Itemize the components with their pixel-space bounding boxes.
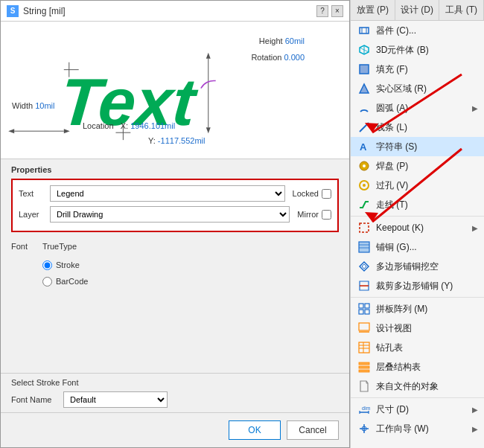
menu-header-place[interactable]: 放置 (P) <box>351 0 395 20</box>
menu-item-dimension[interactable]: dim 尺寸 (D) ▶ <box>351 400 484 419</box>
height-value: 60mil <box>285 36 305 45</box>
dialog-buttons: OK Cancel <box>1 412 349 447</box>
svg-marker-2 <box>8 129 14 133</box>
barcode-radio[interactable] <box>42 277 52 287</box>
menu-item-slice[interactable]: 裁剪多边形铺铜 (Y) <box>351 276 484 295</box>
width-value: 10mil <box>35 101 54 110</box>
mirror-checkbox[interactable] <box>322 210 331 220</box>
layer-field-label: Layer <box>19 210 50 219</box>
svg-rect-26 <box>359 242 369 252</box>
menu-item-label: 层叠结构表 <box>376 361 478 374</box>
menu-item-label: 尺寸 (D) <box>376 403 472 416</box>
dimension-icon: dim <box>357 402 372 417</box>
locked-checkbox[interactable] <box>322 189 331 199</box>
menu-item-pad[interactable]: 焊盘 (P) <box>351 156 484 176</box>
menu-panel: 放置 (P) 设计 (D) 工具 (T) 器件 (C)... 3D元件体 (B) <box>350 0 484 448</box>
copper-icon <box>357 240 372 255</box>
layer-row: Layer Drill Drawing Mirror <box>19 205 331 223</box>
font-value: TrueType <box>42 242 77 251</box>
svg-line-19 <box>360 123 369 132</box>
menu-item-label: 过孔 (V) <box>376 179 478 192</box>
help-button[interactable]: ? <box>316 5 328 17</box>
ok-button[interactable]: OK <box>229 420 281 440</box>
guide-icon <box>357 421 372 436</box>
menu-item-layer-stack[interactable]: 层叠结构表 <box>351 357 484 377</box>
menu-item-component[interactable]: 器件 (C)... <box>351 21 484 40</box>
svg-rect-17 <box>360 65 369 74</box>
menu-item-label: 多边形铺铜挖空 <box>376 260 478 273</box>
title-left: S String [mil] <box>7 5 66 17</box>
layer-select[interactable]: Drill Drawing <box>50 206 290 223</box>
preview-area: Text Height 60mil <box>1 22 349 159</box>
menu-item-drill-table[interactable]: 钻孔表 <box>351 338 484 357</box>
location-x: Location X: 1946.101mil <box>83 121 175 130</box>
stroke-font-section: Select Stroke Font Font Name Default <box>1 373 349 412</box>
cancel-button[interactable]: Cancel <box>287 420 339 440</box>
svg-point-22 <box>363 164 366 167</box>
menu-item-polygon-cutout[interactable]: 多边形铺铜挖空 <box>351 257 484 276</box>
menu-item-solid[interactable]: 实心区域 (R) <box>351 79 484 98</box>
menu-item-label: 线条 (L) <box>376 121 478 134</box>
menu-header-tools[interactable]: 工具 (T) <box>439 0 484 20</box>
svg-marker-5 <box>206 53 211 59</box>
menu-item-route[interactable]: 走线 (T) <box>351 195 484 214</box>
svg-marker-18 <box>360 84 369 93</box>
close-button[interactable]: × <box>331 5 343 17</box>
dialog-titlebar: S String [mil] ? × <box>1 1 349 22</box>
text-field-label: Text <box>19 189 50 198</box>
height-label: Height 60mil <box>259 36 305 45</box>
menu-item-string[interactable]: A 字符串 (S) <box>351 137 484 156</box>
arrow-icon: ▶ <box>472 425 478 433</box>
properties-box: Text Legend Locked Layer Drill Drawing M… <box>11 179 339 232</box>
menu-item-from-file[interactable]: 来自文件的对象 <box>351 377 484 396</box>
menu-item-3d[interactable]: 3D元件体 (B) <box>351 40 484 60</box>
menu-item-panel-array[interactable]: 拼板阵列 (M) <box>351 299 484 319</box>
panel-array-icon <box>357 301 372 316</box>
menu-item-design-view[interactable]: 设计视图 <box>351 319 484 338</box>
stroke-label: Stroke <box>56 260 80 269</box>
menu-item-label: 裁剪多边形铺铜 (Y) <box>376 280 478 292</box>
svg-rect-25 <box>360 223 369 232</box>
dialog-title: String [mil] <box>23 6 66 16</box>
drill-table-icon <box>357 340 372 355</box>
svg-text:A: A <box>360 141 367 153</box>
rotation-value: 0.000 <box>284 53 305 62</box>
pad-icon <box>357 159 372 173</box>
menu-item-guide[interactable]: 工作向导 (W) ▶ <box>351 419 484 438</box>
svg-rect-43 <box>359 362 369 365</box>
menu-item-label: 圆弧 (A) <box>376 102 472 115</box>
menu-item-label: 3D元件体 (B) <box>376 44 478 57</box>
svg-point-24 <box>363 184 366 187</box>
properties-section: Properties Text Legend Locked Layer Dril… <box>1 159 349 370</box>
title-buttons: ? × <box>316 5 343 17</box>
rotation-label: Rotation 0.000 <box>251 53 305 62</box>
svg-rect-35 <box>359 310 363 314</box>
menu-item-via[interactable]: 过孔 (V) <box>351 176 484 195</box>
stroke-radio[interactable] <box>42 260 52 270</box>
menu-item-copper[interactable]: 铺铜 (G)... <box>351 237 484 257</box>
arc-icon <box>357 100 372 115</box>
keepout-icon <box>357 220 372 235</box>
menu-item-fill[interactable]: 填充 (F) <box>351 60 484 79</box>
arrow-icon: ▶ <box>472 224 478 232</box>
barcode-label: BarCode <box>56 277 88 286</box>
stroke-font-row: Font Name Default <box>11 391 339 408</box>
font-name-select[interactable]: Default <box>63 391 168 408</box>
text-select[interactable]: Legend <box>50 185 285 202</box>
menu-item-arc[interactable]: 圆弧 (A) ▶ <box>351 98 484 118</box>
menu-item-label: 走线 (T) <box>376 199 478 211</box>
menu-item-keepout[interactable]: Keepout (K) ▶ <box>351 218 484 237</box>
svg-rect-37 <box>359 323 369 330</box>
design-view-icon <box>357 321 372 336</box>
via-icon <box>357 178 372 193</box>
svg-text:dim: dim <box>362 406 370 411</box>
slice-icon <box>357 278 372 293</box>
text-string-icon: A <box>357 139 372 154</box>
menu-item-label: Keepout (K) <box>376 223 472 233</box>
menu-header-design[interactable]: 设计 (D) <box>395 0 440 20</box>
menu-item-line[interactable]: 线条 (L) <box>351 118 484 137</box>
barcode-row: BarCode <box>42 274 339 289</box>
location-y: Y: -1117.552mil <box>148 136 205 145</box>
menu-separator-3 <box>351 397 484 398</box>
menu-header: 放置 (P) 设计 (D) 工具 (T) <box>351 0 484 21</box>
